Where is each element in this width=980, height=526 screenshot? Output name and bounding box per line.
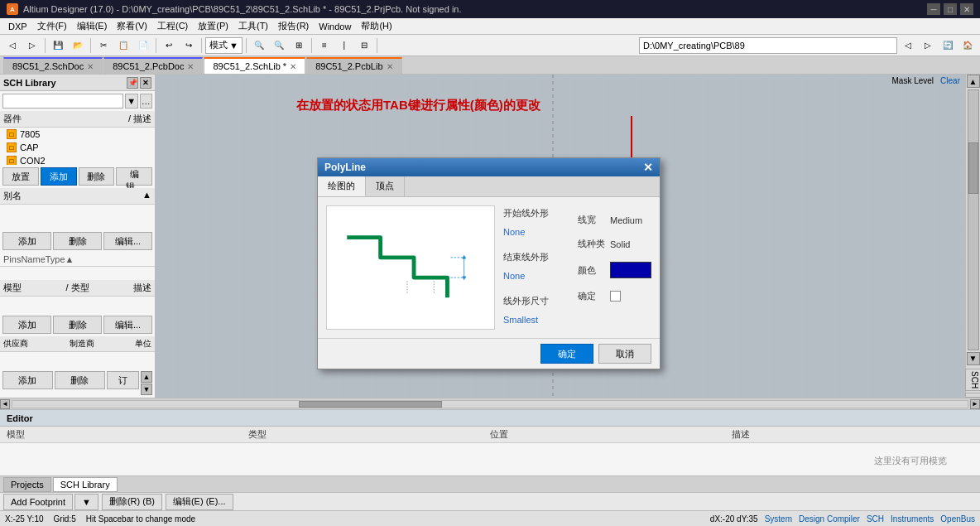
toolbar-btn-undo[interactable]: ↩ (160, 37, 178, 54)
minimize-button[interactable]: ─ (927, 3, 940, 15)
vertical-scrollbar[interactable]: ▲ ▼ SCH 排 (965, 75, 980, 398)
model-buttons: 添加 删除 编辑... (0, 313, 155, 336)
toolbar-btn-4[interactable]: 📂 (69, 37, 87, 54)
horiz-scroll-thumb[interactable] (299, 401, 442, 408)
delete-btn[interactable]: 删除(R) (B) (102, 494, 162, 510)
edit-button[interactable]: 编辑... (116, 167, 152, 186)
supplier-add-btn[interactable]: 添加 (2, 371, 53, 389)
clear-label[interactable]: Clear (940, 76, 960, 85)
pins-scroll: ▲ (65, 254, 74, 264)
cancel-button[interactable]: 取消 (598, 344, 651, 364)
add-footprint-dropdown[interactable]: ▼ (74, 494, 98, 510)
toolbar-btn-2[interactable]: ▷ (23, 37, 41, 54)
tab-pcblib-close[interactable]: ✕ (387, 62, 393, 71)
pins-list (0, 267, 155, 280)
supplier-down-btn[interactable]: ▼ (141, 384, 152, 395)
toolbar-btn-6[interactable]: 📋 (114, 37, 132, 54)
tab-schdoc-close[interactable]: ✕ (87, 62, 94, 71)
toolbar-zoom-out[interactable]: 🔍 (270, 37, 288, 54)
menu-window[interactable]: Window (314, 20, 356, 33)
supplier-up-btn[interactable]: ▲ (141, 371, 152, 383)
menu-tools[interactable]: 工具(T) (233, 18, 273, 34)
place-button[interactable]: 放置 (2, 167, 39, 186)
supplier-remove-btn[interactable]: 删除 (55, 371, 105, 389)
add-footprint-btn[interactable]: Add Footprint (3, 494, 73, 510)
toolbar-btn-9[interactable]: | (335, 37, 353, 54)
search-extra-btn[interactable]: … (140, 94, 153, 109)
supplier-order-btn[interactable]: 订 (107, 371, 139, 389)
mode-label: 模式 (209, 39, 228, 51)
scroll-down-btn[interactable]: ▼ (967, 352, 980, 365)
tab-pcbdoc-close[interactable]: ✕ (187, 62, 194, 71)
color-box[interactable] (610, 262, 651, 278)
tab-pcbdoc[interactable]: 89C51_2.PcbDoc ✕ (103, 57, 203, 74)
menu-file[interactable]: 文件(F) (32, 18, 72, 34)
toolbar-btn-10[interactable]: ⊟ (355, 37, 373, 54)
panel-pin-btn[interactable]: 📌 (127, 77, 138, 89)
dialog-tab-bar: 绘图的 顶点 (318, 176, 660, 197)
list-item-cap[interactable]: □ CAP (0, 141, 155, 154)
toolbar-btn-7[interactable]: 📄 (134, 37, 152, 54)
add-button[interactable]: 添加 (41, 167, 77, 186)
alias-add-btn[interactable]: 添加 (2, 232, 51, 250)
search-input[interactable] (2, 94, 123, 109)
right-tab-extra[interactable]: 排 (965, 393, 981, 398)
ok-button[interactable]: 确定 (540, 344, 593, 364)
scroll-up-btn[interactable]: ▲ (967, 75, 980, 88)
supplier-buttons: 添加 删除 订 ▲ ▼ (0, 369, 155, 398)
toolbar-zoom-in[interactable]: 🔍 (250, 37, 268, 54)
tab-schdoc[interactable]: 89C51_2.SchDoc ✕ (3, 57, 103, 74)
toolbar-btn-3[interactable]: 💾 (49, 37, 67, 54)
dialog-tab-vertices[interactable]: 顶点 (366, 176, 405, 196)
close-button[interactable]: ✕ (960, 3, 973, 15)
list-item-con2[interactable]: □ CON2 (0, 154, 155, 165)
dialog-close-btn[interactable]: ✕ (643, 161, 653, 174)
add-footprint-group: Add Footprint ▼ (3, 494, 98, 510)
menu-place[interactable]: 放置(P) (193, 18, 233, 34)
panel-header-controls[interactable]: 📌 ✕ (127, 77, 151, 89)
toolbar-btn-redo[interactable]: ↪ (180, 37, 198, 54)
desc-label: / 描述 (128, 113, 151, 125)
list-item-7805[interactable]: □ 7805 (0, 128, 155, 141)
tab-schlib[interactable]: 89C51_2.SchLib * ✕ (204, 57, 305, 74)
footer-tab-projects[interactable]: Projects (3, 477, 51, 492)
toolbar-btn-5[interactable]: ✂ (94, 37, 113, 54)
horiz-scroll-right[interactable]: ► (970, 399, 980, 409)
toolbar-home[interactable]: 🏠 (958, 37, 977, 54)
model-add-btn[interactable]: 添加 (2, 316, 51, 334)
menu-help[interactable]: 帮助(H) (356, 18, 396, 34)
footer-tab-schlib[interactable]: SCH Library (53, 477, 118, 492)
toolbar-btn-8[interactable]: ≡ (315, 37, 334, 54)
menu-reports[interactable]: 报告(R) (273, 18, 314, 34)
manuf-label: 制造商 (70, 338, 94, 350)
menu-project[interactable]: 工程(C) (152, 18, 193, 34)
menu-dxp[interactable]: DXP (3, 20, 32, 33)
alias-remove-btn[interactable]: 删除 (53, 232, 102, 250)
remove-button[interactable]: 删除 (79, 167, 115, 186)
alias-edit-btn[interactable]: 编辑... (103, 232, 152, 250)
mode-dropdown-arrow[interactable]: ▼ (229, 41, 238, 51)
mode-dropdown[interactable]: 模式 ▼ (205, 37, 243, 54)
search-button[interactable]: ▼ (125, 94, 138, 109)
panel-close-btn[interactable]: ✕ (140, 77, 151, 89)
toolbar-nav-back[interactable]: ◁ (899, 37, 917, 54)
model-remove-btn[interactable]: 删除 (53, 316, 102, 334)
scroll-thumb[interactable] (968, 142, 978, 195)
menu-edit[interactable]: 编辑(E) (72, 18, 113, 34)
tab-pcblib[interactable]: 89C51_2.PcbLib ✕ (306, 57, 401, 74)
confirm-checkbox[interactable] (610, 291, 621, 302)
horiz-scroll-left[interactable]: ◄ (0, 399, 10, 409)
menu-view[interactable]: 察看(V) (112, 18, 152, 34)
right-tab-sch[interactable]: SCH (965, 369, 981, 391)
title-bar-controls[interactable]: ─ □ ✕ (927, 3, 973, 15)
edit-footprint-btn[interactable]: 编辑(E) (E)... (166, 494, 233, 510)
toolbar-btn-1[interactable]: ◁ (3, 37, 22, 54)
maximize-button[interactable]: □ (944, 3, 957, 15)
model-edit-btn[interactable]: 编辑... (103, 316, 152, 334)
toolbar-refresh[interactable]: 🔄 (939, 37, 957, 54)
toolbar-nav-fwd[interactable]: ▷ (919, 37, 937, 54)
toolbar-zoom-fit[interactable]: ⊞ (290, 37, 308, 54)
dialog-tab-drawing[interactable]: 绘图的 (318, 176, 366, 196)
tab-schlib-close[interactable]: ✕ (290, 62, 296, 71)
canvas-area[interactable]: 在放置的状态用TAB键进行属性(颜色)的更改 ▲ ▼ SCH 排 Mask Le… (156, 75, 980, 398)
